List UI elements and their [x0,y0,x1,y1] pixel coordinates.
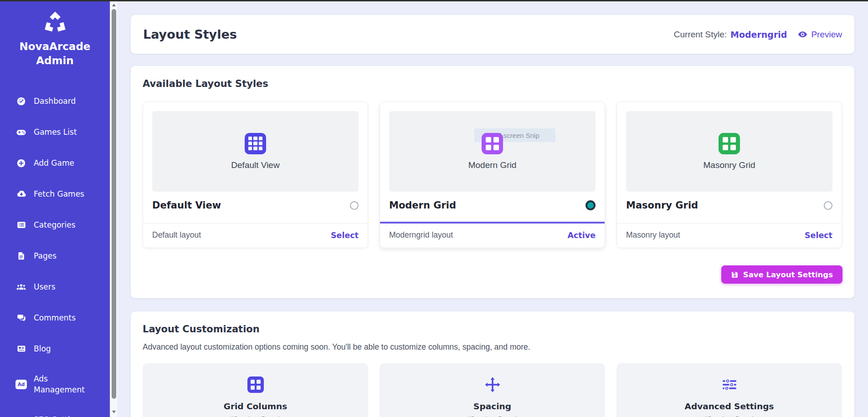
scrollbar-thumb[interactable] [112,9,116,399]
sidebar-item-blog[interactable]: Blog [0,333,110,364]
save-layout-settings-button[interactable]: Save Layout Settings [721,265,842,284]
ad-badge-icon: Ad [15,380,27,389]
layout-preview-default: Default View [152,111,359,192]
add-circle-icon [15,158,27,168]
layout-customization-section: Layout Customization Advanced layout cus… [131,311,854,417]
layout-preview-modern: Full screen Snip Modern Grid [389,111,596,192]
window-top-edge [0,0,868,1]
current-style-label: Current Style: [674,30,727,40]
layout-card-masonry-grid[interactable]: Masonry Grid Masonry Grid Masonry layout… [616,102,842,248]
move-arrows-icon [484,376,501,394]
preview-label-text: Default View [231,160,279,170]
sidebar-item-label: Blog [34,343,51,354]
layout-card-modern-grid[interactable]: Full screen Snip Modern Grid Modern Grid… [380,102,605,248]
coming-card-title: Spacing [473,402,511,411]
grid-2x2-icon [719,133,740,154]
grid-2x2-icon [247,376,264,394]
eye-icon [798,30,807,39]
page-file-icon [15,251,27,260]
scrollbar-down-arrow[interactable] [110,409,118,415]
gamepad-icon [15,127,27,137]
sidebar-item-label: Games List [34,127,77,137]
card-title: Default View [152,200,221,211]
sidebar-nav: Dashboard Games List Add Game Fetch Game… [0,86,110,417]
select-default-view-link[interactable]: Select [331,231,359,240]
sidebar-item-pages[interactable]: Pages [0,240,110,271]
current-style-value: Moderngrid [730,30,787,40]
header-right: Current Style: Moderngrid Preview [674,30,842,40]
available-styles-section: Available Layout Styles Default View Def… [131,66,854,298]
card-description: Masonry layout [626,230,680,240]
sidebar: NovaArcade Admin Dashboard Games List Ad… [0,0,110,417]
coming-card-title: Advanced Settings [685,402,774,411]
ad-badge-text: Ad [15,380,27,389]
card-footer: Masonry layout Select [617,223,842,248]
sidebar-item-dashboard[interactable]: Dashboard [0,86,110,117]
sidebar-item-users[interactable]: Users [0,271,110,302]
sidebar-item-add-game[interactable]: Add Game [0,147,110,178]
sidebar-item-categories[interactable]: Categories [0,209,110,240]
page-title: Layout Styles [143,27,237,41]
card-description: Default layout [152,230,201,240]
coming-card-grid-columns: Grid Columns (Coming Soon) [143,363,368,417]
coming-card-title: Grid Columns [224,402,288,411]
app-logo [0,0,110,38]
coming-soon-row: Grid Columns (Coming Soon) Spacing (Comi… [143,363,842,417]
category-list-icon [15,220,27,230]
sidebar-item-label: SEO Settings [34,414,84,417]
grid-3x3-icon [245,133,266,154]
up-triangle-icon [112,4,116,6]
select-masonry-grid-link[interactable]: Select [805,231,832,240]
sidebar-item-label: Dashboard [34,96,76,107]
sidebar-scrollbar[interactable] [110,0,117,417]
scrollbar-up-arrow[interactable] [110,2,118,8]
preview-button[interactable]: Preview [798,30,842,40]
dashboard-icon [15,97,27,106]
seo-chart-icon [15,415,27,417]
sidebar-item-label: Ads Management [34,373,88,395]
layout-cards-row: Default View Default View Default layout… [143,102,842,248]
sidebar-item-games-list[interactable]: Games List [0,117,110,147]
blog-newspaper-icon [15,344,27,354]
customization-description: Advanced layout customization options co… [143,342,842,352]
cloud-download-icon [15,189,27,199]
save-button-label: Save Layout Settings [743,270,833,279]
page-header: Layout Styles Current Style: Moderngrid … [131,15,854,54]
sidebar-item-comments[interactable]: Comments [0,302,110,333]
coming-card-advanced-settings: Advanced Settings (Coming Soon) [616,363,842,417]
coming-card-spacing: Spacing (Coming Soon) [380,363,605,417]
preview-label-text: Modern Grid [468,160,517,170]
users-icon [15,282,27,292]
layout-card-default-view[interactable]: Default View Default View Default layout… [143,102,368,248]
coming-soon-badge: (Coming Soon) [230,415,281,417]
sidebar-item-seo-settings[interactable]: SEO Settings [0,404,110,417]
sliders-icon [720,376,739,394]
card-title: Masonry Grid [626,200,698,211]
card-footer-active: Moderngrid layout Active [380,222,605,248]
novaarcade-logo-icon [41,10,69,36]
layout-preview-masonry: Masonry Grid [626,111,832,192]
save-icon [731,271,739,279]
sidebar-item-label: Fetch Games [34,188,84,199]
preview-label-text: Masonry Grid [703,160,755,170]
card-title: Modern Grid [389,200,456,211]
radio-masonry-grid[interactable] [824,201,832,210]
card-footer: Default layout Select [143,223,368,248]
section-title: Layout Customization [143,324,842,335]
sidebar-item-ads-management[interactable]: Ad Ads Management [0,364,110,404]
radio-modern-grid-checked[interactable] [586,200,596,210]
comments-icon [15,313,27,323]
radio-default-view[interactable] [350,201,359,210]
app-title: NovaArcade Admin [0,40,110,68]
sidebar-item-label: Comments [34,312,76,323]
sidebar-item-label: Pages [34,250,56,261]
section-title: Available Layout Styles [143,78,842,89]
sidebar-item-label: Users [34,281,56,292]
down-triangle-icon [112,411,116,413]
preview-label: Preview [811,30,842,40]
active-modern-grid-label[interactable]: Active [567,231,596,240]
sidebar-item-label: Categories [34,219,76,230]
card-description: Moderngrid layout [389,230,453,240]
sidebar-item-fetch-games[interactable]: Fetch Games [0,178,110,209]
coming-soon-badge: (Coming Soon) [704,415,755,417]
